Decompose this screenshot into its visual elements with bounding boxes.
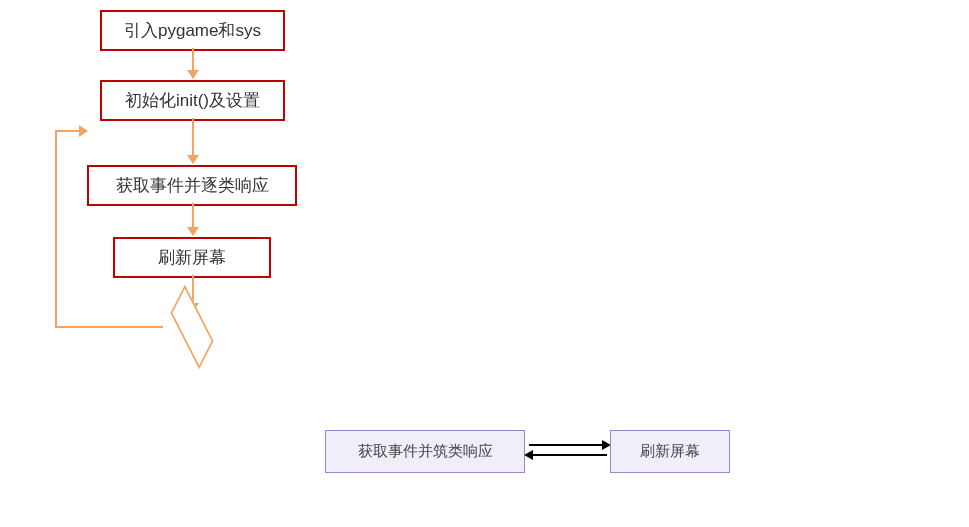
flow-step-init: 初始化init()及设置 (100, 80, 285, 121)
loop-connector (55, 326, 163, 328)
loop-connector (55, 130, 57, 328)
bottom-box-refresh: 刷新屏幕 (610, 430, 730, 473)
flow-step-refresh: 刷新屏幕 (113, 237, 271, 278)
arrow-down-icon (192, 118, 194, 163)
arrow-down-icon (192, 203, 194, 235)
loop-arrow-icon (55, 130, 87, 132)
flow-step-import: 引入pygame和sys (100, 10, 285, 51)
flow-step-events: 获取事件并逐类响应 (87, 165, 297, 206)
bottom-box-events: 获取事件并筑类响应 (325, 430, 525, 473)
bidirectional-arrow-icon (525, 440, 610, 460)
arrow-down-icon (192, 48, 194, 78)
